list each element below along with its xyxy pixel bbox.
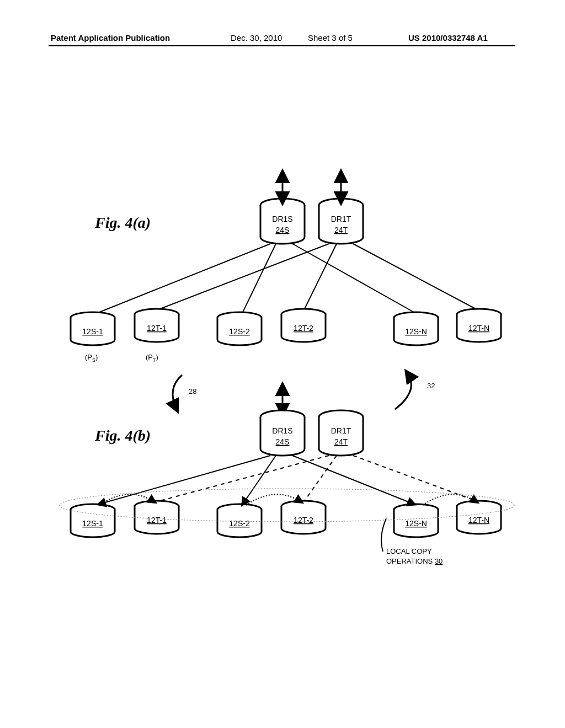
svg-text:DR1S: DR1S (272, 426, 292, 435)
svg-text:12S-N: 12S-N (405, 327, 427, 336)
svg-text:12T-1: 12T-1 (147, 516, 167, 524)
line-dr1t-12t1-a (160, 244, 329, 309)
line-dr1s-12s2-a (243, 244, 276, 312)
diagram-svg: DR1S 24S DR1T 24T 12S-1 12T-1 12S-2 (0, 0, 565, 728)
dr1s-a-ref: 24S (276, 226, 290, 234)
line-dr1s-12sn-a (292, 244, 414, 312)
line-dr1s-12s1-a (99, 244, 270, 312)
cyl-12s1-b: 12S-1 (71, 504, 115, 537)
cyl-12t2-b: 12T-2 (281, 501, 326, 534)
cyl-12s1-a: 12S-1 (71, 312, 115, 345)
svg-text:12S-1: 12S-1 (82, 519, 103, 528)
cyl-12sn-a: 12S-N (394, 312, 438, 345)
dr1s-a-name: DR1S (272, 215, 292, 223)
svg-text:24T: 24T (334, 437, 348, 446)
cyl-12tn-b: 12T-N (457, 501, 501, 534)
line-dr1s-12s2-b (243, 456, 276, 504)
line-dr1s-12s1-b (99, 456, 270, 504)
cyl-dr1s-b: DR1S 24S (260, 410, 305, 456)
cyl-12s2-b: 12S-2 (217, 504, 262, 537)
line-dr1t-12t1-b (160, 456, 329, 501)
cyl-dr1t-b: DR1T 24T (319, 410, 363, 456)
svg-text:12T-2: 12T-2 (294, 324, 313, 333)
cyl-12tn-a: 12T-N (457, 309, 501, 342)
line-dr1s-12sn-b (292, 456, 414, 504)
cyl-12t1-a: 12T-1 (135, 309, 179, 342)
cyl-12t2-a: 12T-2 (281, 309, 326, 342)
arrow-28 (173, 375, 182, 409)
dr1t-a-name: DR1T (331, 215, 351, 223)
svg-text:12T-N: 12T-N (468, 516, 489, 524)
cyl-dr1s-a: DR1S 24S (260, 199, 305, 244)
leader-local-copy (381, 518, 386, 552)
dr1t-a-ref: 24T (334, 226, 348, 234)
cyl-12sn-b: 12S-N (394, 504, 438, 537)
cyl-12t1-b: 12T-1 (135, 501, 179, 534)
svg-text:12T-1: 12T-1 (147, 324, 167, 333)
svg-text:12T-N: 12T-N (468, 324, 489, 333)
svg-text:12T-2: 12T-2 (294, 516, 313, 524)
svg-text:12S-1: 12S-1 (82, 327, 103, 336)
cyl-12s2-a: 12S-2 (217, 312, 262, 345)
cyl-dr1t-a: DR1T 24T (319, 199, 363, 244)
svg-text:12S-2: 12S-2 (229, 327, 250, 336)
svg-text:DR1T: DR1T (331, 426, 351, 435)
svg-text:12S-2: 12S-2 (229, 519, 250, 528)
svg-text:12S-N: 12S-N (405, 519, 427, 528)
arrow-32 (395, 373, 411, 409)
line-dr1t-12tn-a (353, 244, 476, 309)
svg-text:24S: 24S (276, 437, 290, 446)
page: Patent Application Publication Dec. 30, … (0, 0, 565, 728)
